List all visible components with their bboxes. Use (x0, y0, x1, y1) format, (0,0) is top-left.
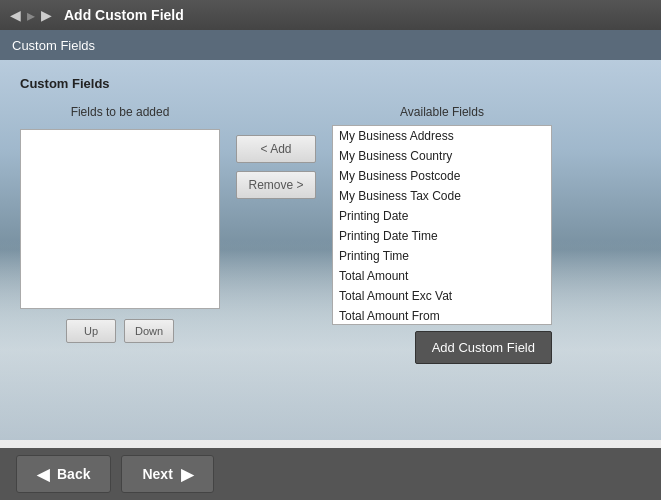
content-panel: Fields to be added Up Down < Add Remove … (20, 105, 641, 364)
list-item[interactable]: My Business Postcode (333, 166, 551, 186)
list-item[interactable]: Total Amount (333, 266, 551, 286)
list-item[interactable]: Total Amount From (333, 306, 551, 325)
title-bar: ◀ ▸ ▶ Add Custom Field (0, 0, 661, 30)
available-fields-label: Available Fields (332, 105, 552, 119)
subtitle-bar: Custom Fields (0, 30, 661, 60)
subtitle-label: Custom Fields (12, 38, 95, 53)
middle-buttons: < Add Remove > (236, 105, 316, 199)
down-button[interactable]: Down (124, 319, 174, 343)
fields-to-add-listbox[interactable] (20, 129, 220, 309)
list-item[interactable]: My Business Tax Code (333, 186, 551, 206)
remove-button[interactable]: Remove > (236, 171, 316, 199)
list-item[interactable]: My Business Address (333, 126, 551, 146)
next-button[interactable]: Next ▶ (121, 455, 213, 493)
right-bottom: My Business AddressMy Business CountryMy… (332, 125, 552, 364)
list-item[interactable]: Total Amount Exc Vat (333, 286, 551, 306)
back-arrow-icon: ◀ (37, 465, 49, 484)
bottom-bar: ◀ Back Next ▶ (0, 448, 661, 500)
up-button[interactable]: Up (66, 319, 116, 343)
add-button[interactable]: < Add (236, 135, 316, 163)
list-item[interactable]: My Business Country (333, 146, 551, 166)
title-bar-nav: ◀ ▸ ▶ (8, 6, 54, 25)
next-label: Next (142, 466, 172, 482)
forward-nav-arrow[interactable]: ▶ (39, 7, 54, 23)
section-title: Custom Fields (20, 76, 641, 91)
list-item[interactable]: Printing Date (333, 206, 551, 226)
fields-to-add-label: Fields to be added (71, 105, 170, 119)
up-down-row: Up Down (66, 319, 174, 343)
back-button[interactable]: ◀ Back (16, 455, 111, 493)
list-item[interactable]: Printing Time (333, 246, 551, 266)
available-fields-listbox[interactable]: My Business AddressMy Business CountryMy… (332, 125, 552, 325)
back-nav-arrow[interactable]: ◀ (8, 7, 23, 23)
right-panel: Available Fields My Business AddressMy B… (332, 105, 552, 364)
page-title: Add Custom Field (64, 7, 184, 23)
main-content: Custom Fields Fields to be added Up Down… (0, 60, 661, 374)
nav-separator: ▸ (27, 6, 35, 25)
back-label: Back (57, 466, 90, 482)
add-custom-field-button[interactable]: Add Custom Field (415, 331, 552, 364)
left-panel: Fields to be added Up Down (20, 105, 220, 343)
list-item[interactable]: Printing Date Time (333, 226, 551, 246)
next-arrow-icon: ▶ (181, 465, 193, 484)
